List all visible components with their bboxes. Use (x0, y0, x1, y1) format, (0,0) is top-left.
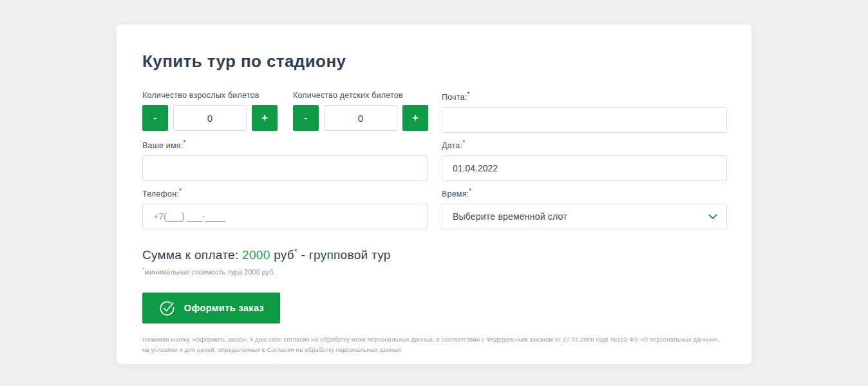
child-tickets-label: Количество детских билетов (293, 91, 428, 100)
name-label: Ваше имя:* (142, 139, 428, 150)
payment-amount: 2000 (242, 249, 270, 262)
email-input[interactable] (442, 107, 727, 133)
adult-tickets-count-input[interactable] (173, 105, 247, 131)
name-input[interactable] (142, 155, 428, 181)
submit-order-button[interactable]: Оформить заказ (142, 293, 280, 323)
date-input[interactable] (442, 155, 727, 181)
payment-summary: Сумма к оплате: 2000 руб* - групповой ту… (142, 247, 726, 262)
phone-label: Телефон:* (142, 188, 428, 198)
time-label: Время:* (442, 188, 727, 198)
adult-tickets-group: Количество взрослых билетов - + (142, 91, 278, 133)
tour-purchase-card: Купить тур по стадиону Количество взросл… (117, 24, 751, 364)
adult-tickets-label: Количество взрослых билетов (142, 91, 278, 100)
submit-order-label: Оформить заказ (184, 303, 264, 313)
tour-form: Количество взрослых билетов - + Количест… (142, 91, 727, 229)
time-select-value: Выберите временной слот (453, 211, 567, 222)
time-select[interactable]: Выберите временной слот (442, 204, 727, 229)
phone-field-group: Телефон:* (142, 188, 428, 229)
minimum-price-note: *минимальная стоимость тура 2000 руб. (142, 266, 726, 276)
adult-tickets-plus-button[interactable]: + (252, 105, 278, 131)
adult-tickets-minus-button[interactable]: - (142, 105, 168, 131)
adult-tickets-stepper: - + (142, 105, 278, 131)
child-tickets-count-input[interactable] (324, 105, 397, 131)
email-label: Почта:* (442, 91, 727, 102)
phone-input[interactable] (142, 204, 428, 229)
date-field-group: Дата:* (442, 139, 727, 181)
chevron-down-icon (708, 214, 717, 220)
date-label: Дата:* (442, 139, 727, 150)
form-row-3: Телефон:* Время:* Выберите временной сло… (142, 188, 727, 229)
child-tickets-group: Количество детских билетов - + (293, 91, 428, 133)
name-field-group: Ваше имя:* (142, 139, 428, 181)
page-title: Купить тур по стадиону (142, 52, 726, 72)
child-tickets-minus-button[interactable]: - (293, 105, 319, 131)
child-tickets-plus-button[interactable]: + (402, 105, 428, 131)
form-row-2: Ваше имя:* Дата:* (142, 139, 727, 181)
form-row-1: Количество взрослых билетов - + Количест… (142, 91, 727, 133)
check-circle-icon (158, 300, 176, 317)
child-tickets-stepper: - + (293, 105, 428, 131)
email-field-group: Почта:* (442, 91, 727, 133)
ticket-steppers: Количество взрослых билетов - + Количест… (142, 91, 428, 133)
time-field-group: Время:* Выберите временной слот (442, 188, 727, 229)
personal-data-consent-text: Нажимая кнопку «Оформить заказ», я даю с… (142, 334, 726, 354)
